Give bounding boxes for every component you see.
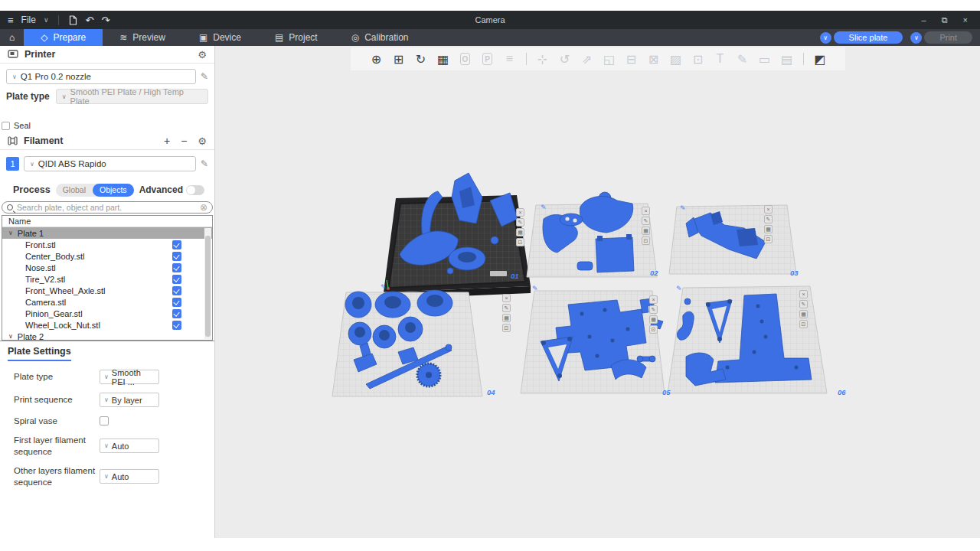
menu-icon[interactable]: ≡ [8,15,14,26]
add-plate-icon[interactable]: ⊞ [390,51,407,67]
plate-group-row[interactable]: ∨Plate 1 [2,227,212,239]
plate-04-group[interactable] [332,290,482,396]
plate-group-row[interactable]: ∨Plate 2 [2,331,212,341]
filament-edit-icon[interactable]: ✎ [201,158,208,169]
printer-preset-select[interactable]: ∨ Q1 Pro 0.2 nozzle [6,69,196,84]
plate-01-group[interactable] [384,173,531,299]
tab-preview[interactable]: ≋Preview [103,29,182,46]
plate-delete-icon[interactable]: × [799,290,808,298]
plate-delete-icon[interactable]: × [764,205,773,214]
split-by-color-icon[interactable]: ◩ [812,51,828,67]
plate-05-group[interactable] [521,291,665,393]
add-model-icon[interactable]: ⊕ [368,51,385,67]
object-visibility-checkbox[interactable] [172,298,181,307]
plate-type-select[interactable]: ∨ Smooth PEI Plate / High Temp Plate [56,89,208,104]
plate-arrange-icon[interactable]: ▦ [649,315,658,324]
plate-settings-icon[interactable]: ✎ [649,305,658,314]
titlebar-divider [58,15,59,25]
object-row[interactable]: Front.stl [2,239,212,250]
plate-delete-icon[interactable]: × [502,294,511,302]
plate-delete-icon[interactable]: × [649,295,658,304]
plate-edit-icon[interactable]: ✎ [532,285,538,292]
object-row[interactable]: Center_Body.stl [2,250,212,262]
object-row[interactable]: Wheel_Lock_Nut.stl [2,319,212,331]
filament-preset-select[interactable]: ∨ QIDI ABS Rapido [24,156,196,171]
redo-icon[interactable]: ↷ [101,15,109,26]
object-visibility-checkbox[interactable] [172,321,181,330]
scrollbar-thumb[interactable] [205,236,211,337]
auto-orient-icon[interactable]: ↻ [413,51,430,67]
slice-plate-button[interactable]: Slice plate [834,31,903,44]
file-menu-chevron-icon[interactable]: ∨ [44,16,49,24]
plate-arrange-icon[interactable]: ▦ [516,228,524,236]
plate-arrange-icon[interactable]: ▦ [642,227,650,235]
plate-edit-icon[interactable]: ✎ [381,283,387,291]
ps-other-layers-select[interactable]: ∨ Auto [100,469,159,484]
plate-lock-icon[interactable]: ⊡ [502,324,511,332]
plate-arrange-icon[interactable]: ▦ [764,225,773,233]
scope-objects-button[interactable]: Objects [93,184,134,197]
tab-device[interactable]: ▣Device [182,29,258,46]
plate-lock-icon[interactable]: ⊡ [764,235,773,243]
object-visibility-checkbox[interactable] [172,286,181,295]
filament-settings-gear-icon[interactable]: ⚙ [198,135,207,147]
3d-viewport[interactable]: ⊕⊞↻▦OP≡⊹↺⇗◱⊟⊠▨⊡T✎▭▤◩ [215,46,980,538]
plate-lock-icon[interactable]: ⊡ [799,320,808,328]
object-row[interactable]: Camera.stl [2,296,212,308]
collapse-chevron-icon[interactable]: ∨ [8,333,13,340]
plate-edit-icon[interactable]: ✎ [541,204,547,211]
print-options-chevron-icon[interactable]: ∨ [910,32,922,44]
object-visibility-checkbox[interactable] [172,263,181,272]
tab-project[interactable]: ▤Project [258,29,335,46]
close-window-icon[interactable]: × [963,15,968,24]
ps-first-layer-select[interactable]: ∨ Auto [100,439,159,453]
plate-settings-icon[interactable]: ✎ [764,215,773,223]
ps-print-sequence-select[interactable]: ∨ By layer [100,393,159,407]
undo-icon[interactable]: ↶ [86,15,94,26]
ps-plate-type-select[interactable]: ∨ Smooth PEI ... [100,370,159,384]
tab-home[interactable]: ⌂ [0,29,24,46]
file-menu[interactable]: File [21,15,36,25]
plate-settings-icon[interactable]: ✎ [642,217,650,225]
collapse-chevron-icon[interactable]: ∨ [8,230,13,236]
restore-window-icon[interactable]: ⧉ [942,15,948,25]
tab-calibration[interactable]: ◎Calibration [335,29,426,46]
object-visibility-checkbox[interactable] [172,240,181,249]
ps-spiral-vase-checkbox[interactable] [100,416,109,425]
plate-delete-icon[interactable]: × [516,208,524,217]
plate-settings-icon[interactable]: ✎ [516,218,524,227]
object-visibility-checkbox[interactable] [172,252,181,261]
search-clear-icon[interactable]: ⊗ [200,202,207,213]
object-row[interactable]: Tire_V2.stl [2,273,212,285]
seal-checkbox[interactable] [2,122,10,130]
tab-prepare[interactable]: ◇Prepare [24,29,103,46]
save-icon[interactable] [68,15,78,25]
plate-settings-icon[interactable]: ✎ [502,304,511,312]
printer-edit-icon[interactable]: ✎ [201,71,208,82]
plate-lock-icon[interactable]: ⊡ [649,325,658,334]
add-filament-button[interactable]: + [164,135,170,147]
remove-filament-button[interactable]: − [181,135,187,147]
advanced-toggle[interactable] [186,185,204,195]
object-row[interactable]: Front_Wheel_Axle.stl [2,285,212,296]
object-visibility-checkbox[interactable] [172,309,181,318]
plate-arrange-icon[interactable]: ▦ [799,310,808,318]
plate-settings-icon[interactable]: ✎ [799,300,808,308]
plate-lock-icon[interactable]: ⊡ [516,238,524,246]
printer-settings-gear-icon[interactable]: ⚙ [198,49,207,60]
arrange-all-icon[interactable]: ▦ [435,51,452,67]
plate-03-group[interactable] [669,205,796,274]
plate-delete-icon[interactable]: × [642,207,650,215]
object-row[interactable]: Pinion_Gear.stl [2,308,212,319]
plate-edit-icon[interactable]: ✎ [680,204,686,212]
scope-global-button[interactable]: Global [56,185,93,194]
plate-edit-icon[interactable]: ✎ [676,285,682,292]
object-row[interactable]: Nose.stl [2,262,212,273]
search-input[interactable] [17,203,196,212]
plate-lock-icon[interactable]: ⊡ [642,236,650,245]
object-visibility-checkbox[interactable] [172,275,181,284]
plate-action-stack: ×✎▦⊡ [516,208,524,246]
slice-options-chevron-icon[interactable]: ∨ [820,32,831,44]
minimize-window-icon[interactable]: – [922,15,926,24]
plate-arrange-icon[interactable]: ▦ [502,314,511,322]
